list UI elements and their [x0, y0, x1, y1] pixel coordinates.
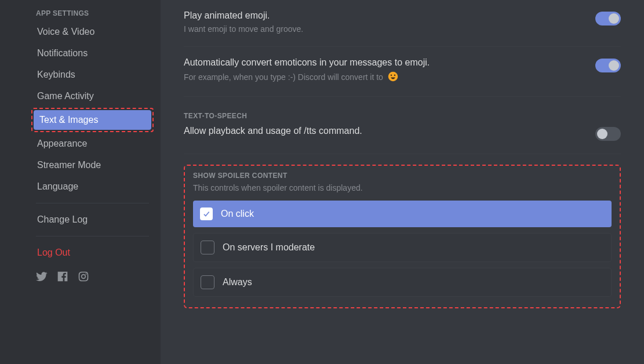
toggle-tts[interactable] — [595, 127, 621, 141]
checkbox-checked-icon — [200, 208, 213, 220]
divider — [184, 96, 621, 97]
spoiler-content-section: Show Spoiler Content This controls when … — [184, 165, 621, 308]
sidebar-divider — [36, 203, 149, 203]
setting-label: Allow playback and usage of /tts command… — [184, 126, 584, 136]
sidebar-item-language[interactable]: Language — [31, 176, 154, 197]
sidebar-item-change-log[interactable]: Change Log — [31, 209, 154, 230]
setting-tts: Allow playback and usage of /tts command… — [184, 123, 621, 141]
social-links-row — [31, 264, 154, 289]
sidebar-section-header: App Settings — [31, 6, 154, 21]
option-label: On click — [221, 209, 254, 219]
sidebar-divider — [36, 236, 149, 236]
sidebar-item-log-out[interactable]: Log Out — [31, 242, 154, 263]
spoiler-option-on-click[interactable]: On click — [193, 201, 612, 227]
facebook-icon[interactable] — [57, 271, 68, 282]
svg-point-0 — [388, 72, 398, 82]
sidebar-item-label: Text & Images — [34, 110, 151, 130]
svg-point-1 — [391, 75, 392, 76]
twitter-icon[interactable] — [36, 271, 48, 282]
checkbox-unchecked-icon — [201, 241, 214, 254]
sidebar-item-streamer-mode[interactable]: Streamer Mode — [31, 155, 154, 176]
spoiler-option-moderate[interactable]: On servers I moderate — [193, 233, 612, 262]
spoiler-desc: This controls when spoiler content is di… — [193, 183, 612, 192]
sidebar-item-notifications[interactable]: Notifications — [31, 43, 154, 64]
settings-sidebar: App Settings Voice & Video Notifications… — [0, 0, 161, 364]
setting-desc-text: For example, when you type :-) Discord w… — [184, 72, 383, 82]
instagram-icon[interactable] — [78, 271, 89, 282]
sidebar-item-text-images[interactable]: Text & Images — [31, 108, 154, 132]
setting-desc: For example, when you type :-) Discord w… — [184, 71, 584, 83]
spoiler-option-always[interactable]: Always — [193, 268, 612, 297]
tts-header: Text-to-Speech — [184, 112, 621, 120]
setting-animated-emoji: Play animated emoji. I want emoji to mov… — [184, 0, 621, 34]
sidebar-item-appearance[interactable]: Appearance — [31, 133, 154, 154]
toggle-convert-emoticons[interactable] — [595, 59, 621, 72]
toggle-animated-emoji[interactable] — [595, 12, 621, 26]
sidebar-item-voice-video[interactable]: Voice & Video — [31, 21, 154, 42]
divider — [184, 154, 621, 154]
sidebar-item-game-activity[interactable]: Game Activity — [31, 86, 154, 107]
svg-point-2 — [394, 75, 395, 76]
smile-emoji-icon — [388, 71, 398, 83]
option-label: On servers I moderate — [223, 242, 315, 253]
settings-content: Play animated emoji. I want emoji to mov… — [161, 0, 644, 364]
setting-convert-emoticons: Automatically convert emoticons in your … — [184, 47, 621, 83]
sidebar-item-keybinds[interactable]: Keybinds — [31, 64, 154, 85]
checkbox-unchecked-icon — [201, 275, 214, 289]
setting-label: Play animated emoji. — [184, 10, 584, 21]
option-label: Always — [223, 277, 252, 287]
setting-desc: I want emoji to move and groove. — [184, 24, 584, 34]
spoiler-header: Show Spoiler Content — [193, 172, 612, 180]
setting-label: Automatically convert emoticons in your … — [184, 57, 584, 68]
